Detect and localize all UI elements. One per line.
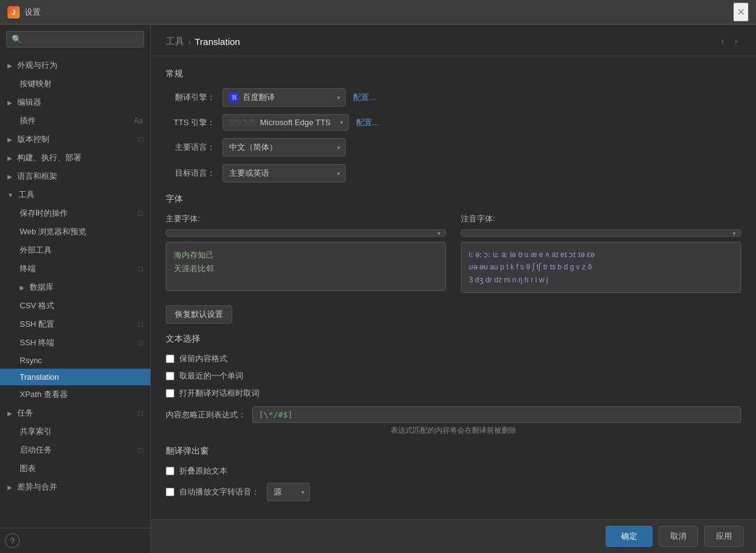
sidebar-item-label: 共享索引 bbox=[20, 426, 52, 437]
auto-tts-checkbox[interactable] bbox=[166, 488, 174, 496]
ok-button[interactable]: 确定 bbox=[606, 526, 652, 547]
badge: □ bbox=[139, 209, 143, 218]
sidebar-item-external-tools[interactable]: 外部工具 bbox=[0, 241, 150, 260]
sidebar-item-vcs[interactable]: ▶ 版本控制 □ bbox=[0, 130, 150, 149]
reset-button[interactable]: 恢复默认设置 bbox=[166, 305, 232, 324]
badge: □ bbox=[139, 446, 143, 454]
forward-button[interactable]: › bbox=[731, 35, 741, 48]
sidebar-item-editor[interactable]: ▶ 编辑器 bbox=[0, 93, 150, 112]
sidebar-item-label: Rsync bbox=[20, 356, 42, 365]
tts-config-link[interactable]: 配置... bbox=[356, 117, 379, 128]
chevron-down-icon: ▾ bbox=[337, 144, 340, 151]
breadcrumb: 工具 › Translation bbox=[166, 36, 240, 47]
search-box[interactable]: 🔍 bbox=[6, 31, 144, 47]
sidebar-item-shared-index[interactable]: 共享索引 bbox=[0, 422, 150, 441]
back-button[interactable]: ‹ bbox=[717, 35, 728, 48]
main-container: 🔍 ▶ 外观与行为 按键映射 ▶ 编辑器 插件 Aa ▶ bbox=[0, 25, 756, 553]
titlebar-left: J 设置 bbox=[7, 6, 41, 18]
sidebar-item-label: 数据库 bbox=[30, 282, 54, 293]
chevron-down-icon: ▼ bbox=[7, 192, 14, 199]
badge: □ bbox=[139, 338, 143, 347]
sidebar-item-xpath[interactable]: XPath 查看器 bbox=[0, 385, 150, 404]
fold-original-checkbox[interactable] bbox=[166, 467, 174, 475]
sidebar-item-tools[interactable]: ▼ 工具 bbox=[0, 186, 150, 204]
sidebar-item-label: 编辑器 bbox=[17, 97, 41, 108]
font-section-title: 字体 bbox=[166, 194, 741, 205]
font-section-separator: 字体 bbox=[166, 194, 741, 205]
engine-config-link[interactable]: 配置... bbox=[353, 92, 376, 103]
sidebar-item-ssh-config[interactable]: SSH 配置 □ bbox=[0, 315, 150, 334]
tts-label: TTS 引擎： bbox=[166, 117, 215, 128]
sidebar-item-startup-tasks[interactable]: 启动任务 □ bbox=[0, 441, 150, 459]
apply-button[interactable]: 应用 bbox=[704, 526, 744, 547]
primary-font-preview: 海内存知己 天涯若比邻 bbox=[166, 242, 446, 291]
search-input[interactable] bbox=[25, 35, 139, 44]
phonetic-font-select[interactable]: ▾ bbox=[461, 229, 741, 237]
sidebar-item-label: CSV 格式 bbox=[20, 300, 54, 311]
app-icon: J bbox=[7, 6, 20, 18]
checkbox-open-dialog: 打开翻译对话框时取词 bbox=[166, 388, 741, 399]
sidebar-item-label: 外观与行为 bbox=[17, 60, 57, 71]
sidebar-item-label: 工具 bbox=[18, 189, 35, 200]
sidebar-item-graph[interactable]: 图表 bbox=[0, 459, 150, 478]
primary-font-select[interactable]: ▾ bbox=[166, 229, 446, 237]
help-button[interactable]: ? bbox=[5, 533, 20, 548]
regex-label: 内容忽略正则表达式： bbox=[166, 409, 246, 420]
search-icon: 🔍 bbox=[12, 35, 22, 44]
phonetic-font-preview: iː əː ɔː uː aː iə ʊ u æ e ʌ aɪ eɪ ɔɪ ɪə … bbox=[461, 242, 741, 293]
sidebar-item-tasks[interactable]: ▶ 任务 □ bbox=[0, 404, 150, 422]
auto-tts-select[interactable]: 源 ▾ bbox=[267, 483, 310, 501]
target-lang-select[interactable]: 主要或英语 ▾ bbox=[222, 164, 346, 182]
open-dialog-checkbox[interactable] bbox=[166, 389, 174, 398]
sidebar-item-database[interactable]: ▶ 数据库 bbox=[0, 278, 150, 297]
close-button[interactable]: ✕ bbox=[733, 2, 749, 22]
primary-lang-row: 主要语言： 中文（简体） ▾ bbox=[166, 138, 741, 157]
sidebar-item-save-actions[interactable]: 保存时的操作 □ bbox=[0, 204, 150, 223]
baidu-icon: 百 bbox=[229, 92, 239, 102]
sidebar-item-web-browser[interactable]: Web 浏览器和预览 bbox=[0, 223, 150, 241]
primary-font-col: 主要字体: ▾ 海内存知己 天涯若比邻 bbox=[166, 213, 446, 293]
sidebar-item-lang[interactable]: ▶ 语言和框架 bbox=[0, 167, 150, 186]
sidebar-item-appearance[interactable]: ▶ 外观与行为 bbox=[0, 56, 150, 75]
chevron-right-icon: ▶ bbox=[7, 484, 12, 491]
sidebar-item-label: 按键映射 bbox=[20, 78, 52, 89]
checkbox-nearest-word: 取最近的一个单词 bbox=[166, 371, 741, 382]
tts-select[interactable]: ⬛⬛⬛⬛ Microsoft Edge TTS ▾ bbox=[222, 114, 349, 131]
fold-original-label: 折叠原始文本 bbox=[179, 465, 227, 477]
sidebar-item-label: 差异与合并 bbox=[17, 481, 57, 493]
sidebar-item-diff[interactable]: ▶ 差异与合并 bbox=[0, 478, 150, 496]
target-lang-value: 主要或英语 bbox=[229, 168, 269, 179]
titlebar-title: 设置 bbox=[25, 7, 41, 18]
sidebar-item-ssh-terminal[interactable]: SSH 终端 □ bbox=[0, 334, 150, 352]
regex-input[interactable] bbox=[259, 410, 734, 419]
sidebar-item-terminal[interactable]: 终端 □ bbox=[0, 260, 150, 278]
auto-tts-value: 源 bbox=[274, 486, 282, 498]
auto-tts-label: 自动播放文字转语音： bbox=[179, 486, 259, 498]
keep-format-checkbox[interactable] bbox=[166, 354, 174, 363]
sidebar-item-label: 启动任务 bbox=[20, 444, 52, 456]
breadcrumb-parent: 工具 bbox=[166, 36, 184, 47]
engine-select[interactable]: 百 百度翻译 ▾ bbox=[222, 88, 346, 107]
sidebar-item-csv[interactable]: CSV 格式 bbox=[0, 297, 150, 315]
badge: □ bbox=[139, 264, 143, 273]
sidebar-item-rsync[interactable]: Rsync bbox=[0, 352, 150, 369]
chevron-down-icon: ▾ bbox=[337, 94, 340, 101]
sidebar-nav: ▶ 外观与行为 按键映射 ▶ 编辑器 插件 Aa ▶ 版本控制 □ bbox=[0, 54, 150, 528]
tts-row: TTS 引擎： ⬛⬛⬛⬛ Microsoft Edge TTS ▾ 配置... bbox=[166, 114, 741, 131]
primary-font-label: 主要字体: bbox=[166, 213, 446, 224]
open-dialog-label: 打开翻译对话框时取词 bbox=[179, 388, 259, 399]
breadcrumb-current: Translation bbox=[195, 36, 240, 47]
primary-lang-value: 中文（简体） bbox=[229, 142, 277, 153]
sidebar-item-translation[interactable]: Translation bbox=[0, 369, 150, 385]
text-selection-title: 文本选择 bbox=[166, 334, 741, 345]
chevron-down-icon: ▾ bbox=[301, 489, 304, 496]
cancel-button[interactable]: 取消 bbox=[659, 526, 698, 547]
regex-input-wrapper bbox=[252, 406, 741, 423]
translation-popup-separator: 翻译弹出窗 bbox=[166, 446, 741, 457]
primary-lang-select[interactable]: 中文（简体） ▾ bbox=[222, 138, 346, 157]
sidebar-item-plugins[interactable]: 插件 Aa bbox=[0, 112, 150, 130]
sidebar-item-build[interactable]: ▶ 构建、执行、部署 bbox=[0, 149, 150, 167]
nearest-word-checkbox[interactable] bbox=[166, 372, 174, 380]
sidebar-item-keymap[interactable]: 按键映射 bbox=[0, 75, 150, 93]
target-lang-row: 目标语言： 主要或英语 ▾ bbox=[166, 164, 741, 182]
